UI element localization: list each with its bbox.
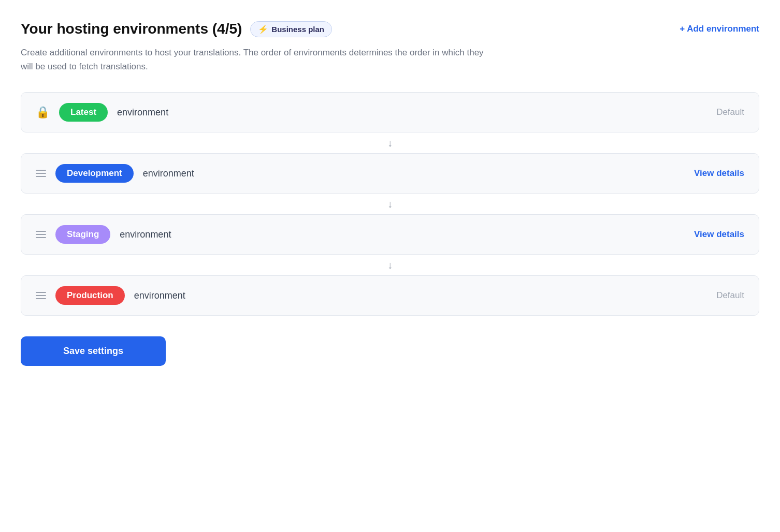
drag-handle-development[interactable] [36,170,46,177]
env-badge-staging: Staging [55,225,110,244]
env-card-left-production: Productionenvironment [36,286,185,305]
header-left: Your hosting environments (4/5) ⚡ Busine… [21,21,332,37]
arrow-connector-2: ↓ [21,255,759,275]
drag-handle-staging[interactable] [36,231,46,238]
env-badge-development: Development [55,164,134,183]
env-card-production: ProductionenvironmentDefault [21,275,759,316]
page-title: Your hosting environments (4/5) [21,21,242,37]
page-description: Create additional environments to host y… [21,46,487,73]
env-action-production: Default [716,290,744,301]
env-card-development: DevelopmentenvironmentView details [21,153,759,194]
env-card-staging: StagingenvironmentView details [21,214,759,255]
plan-badge-label: Business plan [271,25,324,34]
env-label-latest: environment [117,107,168,118]
add-env-label: + Add environment [680,24,759,34]
save-settings-button[interactable]: Save settings [21,336,166,366]
env-card-left-latest: 🔒Latestenvironment [36,103,168,122]
env-card-latest: 🔒LatestenvironmentDefault [21,92,759,132]
environments-list: 🔒LatestenvironmentDefault↓Developmentenv… [21,92,759,316]
env-action-development[interactable]: View details [694,168,744,179]
env-label-development: environment [143,168,194,179]
page-header: Your hosting environments (4/5) ⚡ Busine… [21,21,759,37]
lock-icon-latest: 🔒 [36,106,50,119]
env-card-left-development: Developmentenvironment [36,164,194,183]
arrow-connector-0: ↓ [21,132,759,153]
env-action-staging[interactable]: View details [694,229,744,240]
env-action-latest: Default [716,107,744,117]
env-badge-production: Production [55,286,125,305]
add-environment-button[interactable]: + Add environment [680,24,759,34]
env-badge-latest: Latest [59,103,108,122]
arrow-connector-1: ↓ [21,194,759,214]
plan-badge: ⚡ Business plan [250,21,332,37]
env-card-left-staging: Stagingenvironment [36,225,171,244]
drag-handle-production[interactable] [36,292,46,299]
env-label-production: environment [134,290,185,301]
env-label-staging: environment [120,229,171,240]
bolt-icon: ⚡ [258,24,268,34]
